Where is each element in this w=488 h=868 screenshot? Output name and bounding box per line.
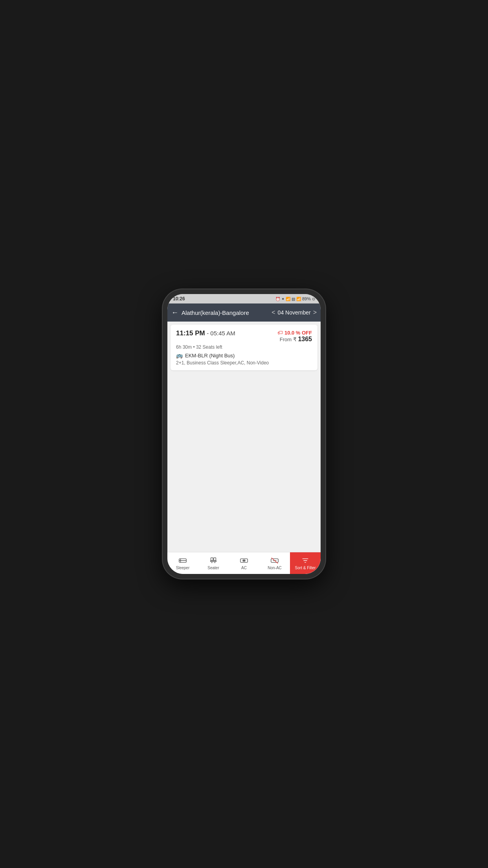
bus-name: EKM-BLR (Night Bus) bbox=[185, 353, 235, 359]
wifi-icon: ▤ bbox=[292, 297, 295, 301]
phone-screen: 10:26 ⏰ ✦ 📶 ▤ 📶 89% ⊙ ← Alathur(kerala)-… bbox=[167, 294, 321, 574]
prev-date-button[interactable]: < bbox=[272, 309, 275, 316]
phone-frame: 10:26 ⏰ ✦ 📶 ▤ 📶 89% ⊙ ← Alathur(kerala)-… bbox=[163, 289, 325, 579]
discount-text: 10.0 % OFF bbox=[284, 330, 312, 336]
bluetooth-icon: ✦ bbox=[281, 297, 284, 301]
sort-filter-icon bbox=[301, 556, 310, 565]
network-icon: 📶 bbox=[296, 297, 301, 301]
non-ac-label: Non-AC bbox=[268, 566, 282, 570]
signal-icon: 📶 bbox=[286, 297, 290, 301]
seats-left: 32 Seats left bbox=[196, 344, 222, 350]
currency-symbol: ₹ bbox=[293, 336, 297, 342]
price-label: From bbox=[280, 337, 292, 342]
alarm-icon: ⏰ bbox=[275, 297, 280, 301]
nav-ac[interactable]: AC bbox=[229, 552, 259, 574]
nav-seater[interactable]: Seater bbox=[198, 552, 229, 574]
svg-rect-5 bbox=[211, 561, 216, 562]
svg-rect-3 bbox=[211, 558, 213, 561]
current-date: 04 November bbox=[278, 309, 311, 316]
status-bar: 10:26 ⏰ ✦ 📶 ▤ 📶 89% ⊙ bbox=[167, 294, 321, 303]
ac-icon bbox=[240, 556, 248, 565]
card-top-row: 11:15 PM - 05:45 AM 🏷 10.0 % OFF From ₹ … bbox=[176, 329, 312, 343]
bus-name-row: 🚌 EKM-BLR (Night Bus) bbox=[176, 352, 312, 359]
back-button[interactable]: ← bbox=[171, 309, 178, 317]
ac-label: AC bbox=[241, 566, 247, 570]
sort-filter-label: Sort & Filter bbox=[295, 566, 316, 570]
price-discount-area: 🏷 10.0 % OFF From ₹ 1365 bbox=[277, 329, 312, 343]
bus-card[interactable]: 11:15 PM - 05:45 AM 🏷 10.0 % OFF From ₹ … bbox=[171, 325, 317, 370]
sleeper-icon bbox=[178, 556, 187, 565]
dot-separator: • bbox=[193, 344, 196, 350]
battery-text: 89% bbox=[302, 296, 311, 301]
discount-badge: 🏷 10.0 % OFF bbox=[277, 329, 312, 336]
svg-rect-4 bbox=[214, 558, 216, 561]
sleeper-label: Sleeper bbox=[176, 566, 189, 570]
nav-sleeper[interactable]: Sleeper bbox=[167, 552, 198, 574]
nav-bar: ← Alathur(kerala)-Bangalore < 04 Novembe… bbox=[167, 303, 321, 322]
page-title: Alathur(kerala)-Bangalore bbox=[182, 309, 272, 316]
non-ac-icon bbox=[270, 556, 279, 565]
status-icons: ⏰ ✦ 📶 ▤ 📶 89% ⊙ bbox=[275, 296, 315, 301]
bottom-nav: Sleeper Seater bbox=[167, 552, 321, 574]
time-info: 11:15 PM - 05:45 AM bbox=[176, 329, 235, 337]
departure-time: 11:15 PM bbox=[176, 329, 205, 337]
date-navigation: < 04 November > bbox=[272, 309, 317, 316]
duration: 6h 30m bbox=[176, 344, 192, 350]
seater-icon bbox=[209, 556, 218, 565]
status-time: 10:26 bbox=[173, 296, 185, 302]
price-amount: 1365 bbox=[298, 336, 312, 342]
time-separator: - bbox=[207, 330, 210, 337]
tag-icon: 🏷 bbox=[277, 329, 283, 336]
bus-type: 2+1, Business Class Sleeper,AC, Non-Vide… bbox=[176, 360, 312, 366]
seater-label: Seater bbox=[207, 566, 219, 570]
battery-icon: ⊙ bbox=[312, 297, 315, 301]
price-row: From ₹ 1365 bbox=[277, 336, 312, 343]
next-date-button[interactable]: > bbox=[313, 309, 317, 316]
nav-non-ac[interactable]: Non-AC bbox=[259, 552, 290, 574]
nav-sort-filter[interactable]: Sort & Filter bbox=[290, 552, 321, 574]
arrival-time: 05:45 AM bbox=[210, 330, 235, 337]
bus-icon: 🚌 bbox=[176, 352, 183, 359]
duration-seats: 6h 30m • 32 Seats left bbox=[176, 344, 312, 350]
bus-list-content: 11:15 PM - 05:45 AM 🏷 10.0 % OFF From ₹ … bbox=[167, 322, 321, 552]
